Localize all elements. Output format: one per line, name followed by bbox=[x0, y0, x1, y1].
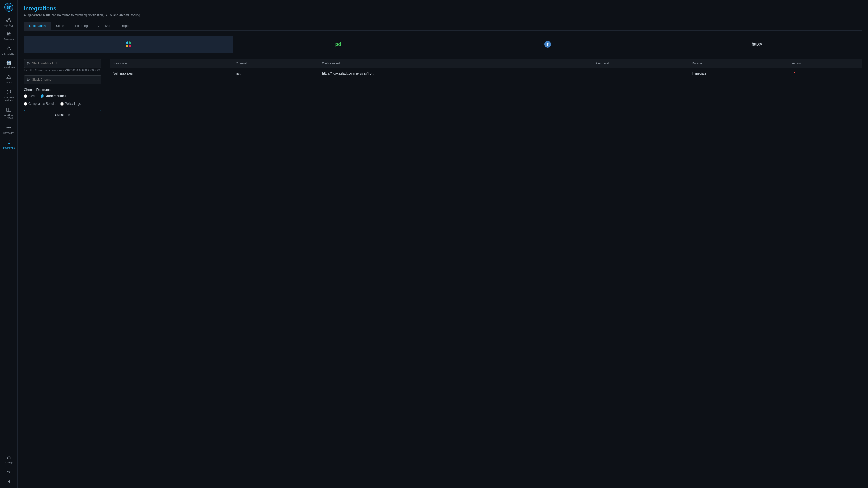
svg-rect-23 bbox=[129, 41, 130, 42]
col-webhook-url: Webhook url bbox=[318, 59, 592, 68]
col-channel: Channel bbox=[232, 59, 318, 68]
sidebar-item-alerts[interactable]: Alerts bbox=[0, 72, 17, 87]
col-resource: Resource bbox=[110, 59, 232, 68]
resource-radio-vulnerabilities[interactable]: Vulnerabilities bbox=[41, 94, 66, 98]
resource-radio-alerts[interactable]: Alerts bbox=[24, 94, 36, 98]
tab-notification[interactable]: Notification bbox=[24, 22, 51, 30]
svg-point-2 bbox=[8, 18, 9, 19]
form-section: ⚙ Ex. https://hooks.slack.com/services/T… bbox=[24, 59, 101, 119]
svg-line-5 bbox=[7, 19, 9, 21]
vulnerabilities-icon bbox=[6, 46, 11, 52]
webhook-url-input-wrapper[interactable]: ⚙ bbox=[24, 59, 101, 68]
svg-rect-20 bbox=[126, 45, 128, 47]
cell-alert-level bbox=[592, 68, 688, 79]
radio-alerts[interactable] bbox=[24, 94, 27, 98]
sidebar-collapse-button[interactable]: ◀ bbox=[0, 477, 17, 486]
settings-icon: ⚙ bbox=[7, 456, 11, 460]
cell-resource: Vulnerabilities bbox=[110, 68, 232, 79]
alerts-icon bbox=[6, 74, 11, 80]
sidebar-item-integrations-label: Integrations bbox=[3, 147, 15, 150]
svg-point-15 bbox=[10, 127, 11, 128]
compliance-icon: 🏦 bbox=[6, 61, 12, 65]
page-subtitle: All generated alerts can be routed to fo… bbox=[24, 13, 862, 17]
integrations-icon bbox=[6, 140, 11, 146]
svg-rect-21 bbox=[129, 45, 131, 47]
svg-point-4 bbox=[9, 21, 11, 22]
subscribe-button[interactable]: Subscribe bbox=[24, 110, 101, 119]
integration-card-row: pd T http:// bbox=[24, 36, 862, 53]
sidebar-item-registries[interactable]: 🏛 Registries bbox=[0, 30, 17, 43]
tab-ticketing[interactable]: Ticketing bbox=[69, 22, 93, 30]
sidebar-item-registries-label: Registries bbox=[3, 38, 14, 41]
channel-icon: ⚙ bbox=[27, 77, 30, 82]
cell-channel: test bbox=[232, 68, 318, 79]
svg-point-3 bbox=[6, 21, 8, 22]
integrations-table: Resource Channel Webhook url Alert level… bbox=[110, 59, 862, 79]
sidebar-item-settings-label: Settings bbox=[4, 461, 13, 464]
webhook-url-input[interactable] bbox=[32, 62, 99, 65]
svg-rect-10 bbox=[7, 108, 11, 111]
correlation-icon bbox=[6, 125, 11, 131]
table-header-row: Resource Channel Webhook url Alert level… bbox=[110, 59, 862, 68]
svg-rect-19 bbox=[129, 42, 131, 44]
content-row: ⚙ Ex. https://hooks.slack.com/services/T… bbox=[24, 59, 862, 119]
col-duration: Duration bbox=[688, 59, 788, 68]
sidebar-item-integrations[interactable]: Integrations bbox=[0, 137, 17, 152]
page-title: Integrations bbox=[24, 5, 862, 12]
sidebar-item-correlation[interactable]: Correlation bbox=[0, 122, 17, 137]
delete-button[interactable]: 🗑 bbox=[792, 71, 799, 76]
integration-card-teams[interactable]: T bbox=[443, 36, 652, 53]
topology-icon bbox=[6, 17, 11, 23]
registries-icon: 🏛 bbox=[6, 32, 11, 37]
integration-card-http[interactable]: http:// bbox=[652, 36, 862, 53]
teams-logo-icon: T bbox=[544, 40, 552, 48]
svg-text:T: T bbox=[547, 42, 549, 46]
protection-policies-icon bbox=[6, 89, 11, 95]
integration-card-pagerduty[interactable]: pd bbox=[234, 36, 443, 53]
sidebar: DF Topology 🏛 Registries Vul bbox=[0, 0, 18, 488]
webhook-url-group: ⚙ Ex. https://hooks.slack.com/services/T… bbox=[24, 59, 101, 72]
sidebar-bottom: ⚙ Settings ↪ ◀ bbox=[0, 453, 17, 486]
collapse-icon: ◀ bbox=[7, 479, 10, 483]
cell-duration: Immediate bbox=[688, 68, 788, 79]
workload-firewall-icon bbox=[6, 107, 11, 113]
sidebar-item-workload-firewall-label: Workload Firewall bbox=[1, 114, 16, 120]
radio-policy-logs-label: Policy Logs bbox=[65, 102, 81, 105]
sidebar-item-vulnerabilities-label: Vulnerabilities bbox=[2, 53, 16, 56]
app-logo: DF bbox=[4, 2, 14, 12]
sidebar-item-workload-firewall[interactable]: Workload Firewall bbox=[0, 104, 17, 122]
col-alert-level: Alert level bbox=[592, 59, 688, 68]
channel-input[interactable] bbox=[32, 78, 99, 82]
logout-icon: ↪ bbox=[7, 469, 10, 474]
channel-input-wrapper[interactable]: ⚙ bbox=[24, 75, 101, 84]
resource-radio-policy-logs[interactable]: Policy Logs bbox=[60, 102, 81, 105]
integration-card-slack[interactable] bbox=[24, 36, 234, 53]
tab-bar: Notification SIEM Ticketing Archival Rep… bbox=[24, 22, 862, 31]
webhook-url-icon: ⚙ bbox=[27, 61, 30, 65]
svg-rect-18 bbox=[126, 42, 128, 44]
radio-policy-logs[interactable] bbox=[60, 102, 64, 105]
sidebar-item-compliance[interactable]: 🏦 Compliance bbox=[0, 58, 17, 72]
sidebar-item-topology-label: Topology bbox=[4, 24, 13, 27]
radio-vulnerabilities[interactable] bbox=[41, 94, 44, 98]
sidebar-item-topology[interactable]: Topology bbox=[0, 14, 17, 30]
cell-action: 🗑 bbox=[788, 68, 862, 79]
tab-reports[interactable]: Reports bbox=[116, 22, 138, 30]
pagerduty-logo: pd bbox=[335, 42, 341, 47]
radio-compliance[interactable] bbox=[24, 102, 27, 105]
channel-group: ⚙ bbox=[24, 75, 101, 84]
sidebar-item-logout[interactable]: ↪ bbox=[0, 467, 17, 477]
sidebar-item-protection-policies[interactable]: Protection Policies bbox=[0, 87, 17, 104]
tab-siem[interactable]: SIEM bbox=[51, 22, 69, 30]
sidebar-item-vulnerabilities[interactable]: Vulnerabilities bbox=[0, 43, 17, 58]
main-content: Integrations All generated alerts can be… bbox=[18, 0, 868, 488]
svg-text:DF: DF bbox=[7, 6, 11, 9]
resource-radio-compliance[interactable]: Compliance Results bbox=[24, 102, 56, 105]
radio-vulnerabilities-label: Vulnerabilities bbox=[45, 94, 66, 98]
svg-line-6 bbox=[9, 19, 10, 21]
radio-compliance-label: Compliance Results bbox=[28, 102, 56, 105]
http-logo: http:// bbox=[752, 42, 762, 46]
tab-archival[interactable]: Archival bbox=[93, 22, 116, 30]
sidebar-item-settings[interactable]: ⚙ Settings bbox=[0, 453, 17, 467]
svg-point-9 bbox=[8, 50, 9, 50]
